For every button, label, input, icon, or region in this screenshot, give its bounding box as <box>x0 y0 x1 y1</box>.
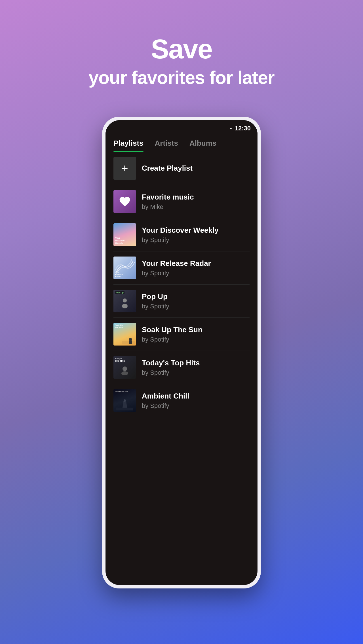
playlist-info-ambient: Ambient Chill by Spotify <box>142 391 250 410</box>
ambient-figure-icon <box>116 399 133 410</box>
svg-rect-7 <box>116 408 133 410</box>
list-item-tophits[interactable]: Today's Top Hits Today's Top Hits by Spo… <box>105 351 258 384</box>
thumb-popup: Pop Up <box>113 290 136 312</box>
playlist-author-discover: by Spotify <box>142 236 250 244</box>
soak-person-icon <box>122 334 135 344</box>
playlist-info-create: Create Playlist <box>142 164 250 173</box>
radar-thumb-text: YourReleaseRadar <box>115 272 123 277</box>
playlist-info-tophits: Today's Top Hits by Spotify <box>142 358 250 376</box>
tabs-section: Playlists Artists Albums <box>105 134 258 152</box>
list-item-popup[interactable]: Pop Up Pop Up by Spotify <box>105 285 258 317</box>
playlist-author-favorites: by Mike <box>142 203 250 211</box>
thumb-soak: Soak UpThe Sun <box>113 323 136 346</box>
playlist-info-favorites: Favorite music by Mike <box>142 192 250 211</box>
playlist-author-ambient: by Spotify <box>142 402 250 410</box>
svg-point-5 <box>123 367 127 371</box>
discover-thumb-text: YourDiscoverWeekly <box>115 237 125 244</box>
tab-playlists[interactable]: Playlists <box>113 139 143 152</box>
playlist-info-soak: Soak Up The Sun by Spotify <box>142 325 250 343</box>
battery-icon: ▪ <box>230 126 232 132</box>
svg-point-1 <box>122 304 128 308</box>
playlist-name-favorites: Favorite music <box>142 192 250 202</box>
radar-waves-icon <box>115 258 135 274</box>
list-item-discover[interactable]: YourDiscoverWeekly Your Discover Weekly … <box>105 218 258 251</box>
playlist-name-discover: Your Discover Weekly <box>142 226 250 235</box>
playlist-info-popup: Pop Up by Spotify <box>142 292 250 310</box>
heart-icon <box>119 195 131 208</box>
ambient-thumb-label: Ambient Chill <box>115 391 128 393</box>
playlist-author-soak: by Spotify <box>142 336 250 343</box>
thumb-tophits: Today's Top Hits <box>113 356 136 379</box>
playlist-info-discover: Your Discover Weekly by Spotify <box>142 226 250 244</box>
hero-section: Save your favorites for later <box>0 0 363 105</box>
hero-subtitle: your favorites for later <box>0 67 363 89</box>
svg-rect-4 <box>129 340 132 344</box>
thumb-favorites <box>113 190 136 213</box>
svg-rect-2 <box>122 341 135 344</box>
list-item-soak[interactable]: Soak UpThe Sun Soak Up The Sun by Spotif… <box>105 318 258 351</box>
playlist-name-create: Create Playlist <box>142 164 250 173</box>
tophits-person-icon <box>118 365 132 375</box>
svg-marker-8 <box>123 401 127 408</box>
playlist-author-popup: by Spotify <box>142 303 250 310</box>
playlist-name-tophits: Today's Top Hits <box>142 358 250 368</box>
playlist-name-radar: Your Release Radar <box>142 259 250 268</box>
tophits-thumb-label: Today's <box>115 357 122 359</box>
svg-point-6 <box>121 371 128 375</box>
playlist-list: + Create Playlist Favorite music by Mike <box>105 152 258 417</box>
playlist-name-ambient: Ambient Chill <box>142 391 250 401</box>
hero-title: Save <box>0 34 363 64</box>
soak-thumb-label: Soak UpThe Sun <box>115 324 123 329</box>
phone-screen: ▪ 12:30 Playlists Artists Albums + Creat… <box>105 120 258 585</box>
tab-artists[interactable]: Artists <box>155 139 178 152</box>
thumb-ambient: Ambient Chill <box>113 389 136 412</box>
svg-point-3 <box>129 338 132 341</box>
thumb-discover: YourDiscoverWeekly <box>113 223 136 246</box>
list-item-favorites[interactable]: Favorite music by Mike <box>105 185 258 218</box>
popup-figure-icon <box>119 297 130 308</box>
tophits-thumb-sublabel: Top Hits <box>115 359 125 362</box>
list-item-radar[interactable]: YourReleaseRadar Your Release Radar by S… <box>105 251 258 284</box>
popup-thumb-label: Pop Up <box>115 291 124 294</box>
playlist-info-radar: Your Release Radar by Spotify <box>142 259 250 277</box>
phone-container: ▪ 12:30 Playlists Artists Albums + Creat… <box>102 117 261 588</box>
thumb-create: + <box>113 157 136 180</box>
list-item-ambient[interactable]: Ambient Chill Ambient Chill by Spotify <box>105 384 258 417</box>
list-item-create[interactable]: + Create Playlist <box>105 152 258 185</box>
playlist-name-popup: Pop Up <box>142 292 250 302</box>
playlist-author-radar: by Spotify <box>142 270 250 277</box>
svg-point-9 <box>124 399 126 402</box>
thumb-radar: YourReleaseRadar <box>113 257 136 279</box>
plus-icon: + <box>121 162 128 175</box>
tab-albums[interactable]: Albums <box>189 139 216 152</box>
playlist-author-tophits: by Spotify <box>142 369 250 376</box>
playlist-name-soak: Soak Up The Sun <box>142 325 250 335</box>
status-bar: ▪ 12:30 <box>105 120 258 134</box>
svg-point-0 <box>123 298 127 302</box>
status-time: 12:30 <box>235 125 251 132</box>
